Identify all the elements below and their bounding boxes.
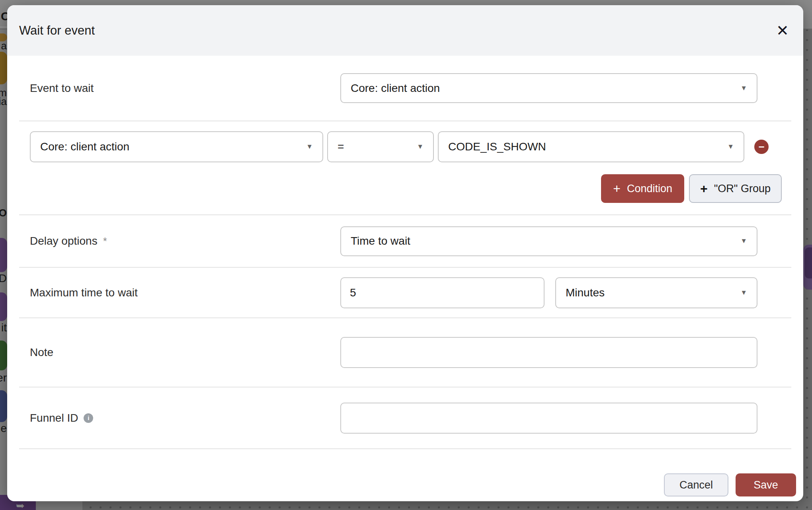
remove-condition-button[interactable]: − xyxy=(754,140,769,154)
background-text-fragment: lia xyxy=(0,95,7,108)
dialog-title: Wait for event xyxy=(19,23,95,38)
chevron-down-icon: ▼ xyxy=(417,143,424,151)
add-or-group-label: "OR" Group xyxy=(714,183,771,195)
delay-options-value: Time to wait xyxy=(351,235,410,247)
wait-for-event-dialog: Wait for event ✕ Event to wait Core: cli… xyxy=(7,5,803,501)
flow-node-purple xyxy=(0,292,7,321)
event-to-wait-label: Event to wait xyxy=(30,82,340,95)
chevron-down-icon: ▼ xyxy=(306,143,313,151)
background-text-fragment: D xyxy=(0,272,7,285)
info-icon[interactable]: i xyxy=(84,413,93,423)
background-right-sliver xyxy=(803,0,812,510)
funnel-id-input[interactable] xyxy=(340,403,757,434)
cancel-button[interactable]: Cancel xyxy=(664,473,728,496)
background-text-fragment: C xyxy=(1,10,7,23)
add-condition-label: Condition xyxy=(627,183,672,195)
flow-node-right-purple-inner xyxy=(805,247,812,278)
background-divider xyxy=(0,27,7,27)
close-icon: ✕ xyxy=(776,22,789,39)
flow-node-navy xyxy=(0,390,7,422)
max-time-unit-select[interactable]: Minutes ▼ xyxy=(555,277,757,308)
event-to-wait-select[interactable]: Core: client action ▼ xyxy=(340,73,757,103)
flow-node-orange xyxy=(0,52,7,84)
add-or-group-button[interactable]: + "OR" Group xyxy=(689,174,782,203)
event-to-wait-value: Core: client action xyxy=(351,82,440,95)
close-button[interactable]: ✕ xyxy=(772,20,793,41)
background-text-fragment: er xyxy=(0,372,7,384)
chevron-down-icon: ▼ xyxy=(740,237,747,245)
condition-operator-value: = xyxy=(338,140,344,153)
condition-row: Core: client action ▼ = ▼ CODE_IS_SHOWN … xyxy=(30,131,791,162)
dialog-header: Wait for event ✕ xyxy=(7,5,803,56)
max-time-unit-value: Minutes xyxy=(566,286,605,299)
chevron-down-icon: ▼ xyxy=(740,289,747,297)
flow-node-purple xyxy=(0,238,7,272)
delay-options-label: Delay options * xyxy=(30,235,340,247)
condition-actions: + Condition + "OR" Group xyxy=(30,174,782,203)
note-row: Note xyxy=(19,318,791,387)
funnel-id-row: Funnel ID i xyxy=(19,387,791,449)
required-asterisk: * xyxy=(103,235,107,247)
max-time-amount-input[interactable] xyxy=(340,277,545,308)
add-condition-button[interactable]: + Condition xyxy=(601,174,684,203)
condition-value-select[interactable]: CODE_IS_SHOWN ▼ xyxy=(438,131,744,162)
max-time-controls: Minutes ▼ xyxy=(340,277,757,308)
note-input[interactable] xyxy=(340,337,757,368)
background-text-fragment: ne xyxy=(0,422,7,435)
condition-value-value: CODE_IS_SHOWN xyxy=(448,140,546,153)
event-to-wait-row: Event to wait Core: client action ▼ xyxy=(19,56,791,121)
plus-icon: + xyxy=(700,182,708,195)
condition-section: Core: client action ▼ = ▼ CODE_IS_SHOWN … xyxy=(19,121,791,215)
delay-options-select[interactable]: Time to wait ▼ xyxy=(340,226,757,256)
background-left-sliver: C a am lia RO D it er ne xyxy=(0,0,7,510)
background-text-fragment: RO xyxy=(0,207,7,219)
condition-operator-select[interactable]: = ▼ xyxy=(327,131,434,162)
minus-icon: − xyxy=(758,142,764,152)
note-label: Note xyxy=(30,346,340,359)
background-text-fragment: a xyxy=(1,40,7,52)
save-button[interactable]: Save xyxy=(736,473,796,496)
flow-node-green xyxy=(0,341,7,370)
condition-field-value: Core: client action xyxy=(40,140,129,153)
max-time-row: Maximum time to wait Minutes ▼ xyxy=(19,268,791,318)
funnel-id-label: Funnel ID i xyxy=(30,412,340,424)
delay-options-row: Delay options * Time to wait ▼ xyxy=(19,215,791,268)
condition-field-select[interactable]: Core: client action ▼ xyxy=(30,131,323,162)
chevron-down-icon: ▼ xyxy=(740,84,747,92)
chevron-down-icon: ▼ xyxy=(727,143,734,151)
background-text-fragment: it xyxy=(1,321,7,334)
plus-icon: + xyxy=(613,182,621,195)
max-time-label: Maximum time to wait xyxy=(30,286,340,299)
dialog-footer: Cancel Save xyxy=(7,449,803,501)
